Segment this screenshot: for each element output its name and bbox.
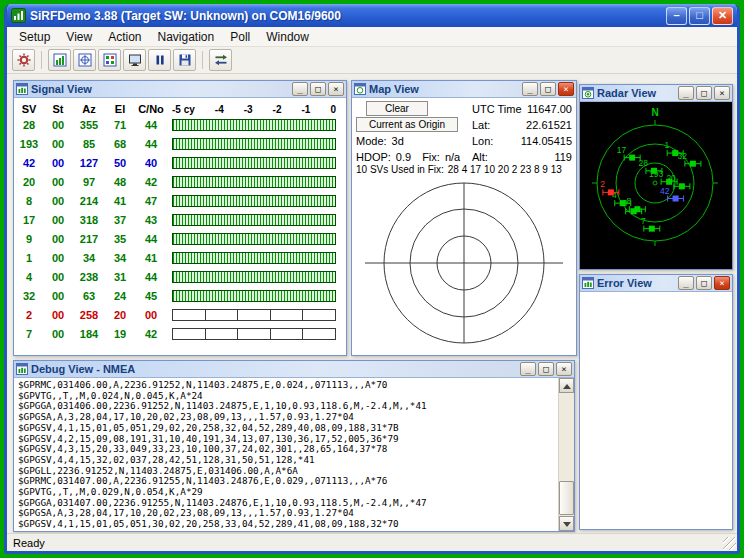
signal-cell-az: 127 bbox=[72, 157, 106, 169]
minimize-button[interactable]: – bbox=[666, 7, 687, 25]
scroll-down-button[interactable] bbox=[559, 516, 574, 531]
window-title: Signal View bbox=[31, 83, 289, 95]
radar-view-titlebar[interactable]: Radar View _ □ × bbox=[580, 85, 732, 102]
minimize-button[interactable]: _ bbox=[520, 362, 536, 376]
signal-view-button[interactable] bbox=[48, 49, 71, 71]
menu-navigation[interactable]: Navigation bbox=[150, 28, 223, 46]
clear-button[interactable]: Clear bbox=[366, 101, 428, 116]
close-button[interactable]: × bbox=[714, 276, 730, 290]
app-titlebar[interactable]: SiRFDemo 3.88 (Target SW: Unknown) on CO… bbox=[7, 4, 737, 27]
signal-cell-sv: 17 bbox=[14, 214, 44, 226]
menu-view[interactable]: View bbox=[58, 28, 100, 46]
hdop-line: HDOP: 0.9 Fix: n/a bbox=[356, 149, 466, 164]
signal-table-body: 2800355714419300856844420012750402000974… bbox=[14, 115, 346, 343]
signal-view-titlebar[interactable]: Signal View _ □ × bbox=[14, 81, 346, 98]
window-controls: _ □ × bbox=[678, 86, 730, 100]
map-icon bbox=[78, 53, 92, 67]
pause-button[interactable] bbox=[148, 49, 171, 71]
signal-strength-bar bbox=[172, 309, 336, 321]
signal-cell-cno: 43 bbox=[134, 214, 168, 226]
signal-cell-cno: 44 bbox=[134, 138, 168, 150]
close-button[interactable]: × bbox=[558, 82, 574, 96]
column-header-sv: SV bbox=[14, 103, 44, 115]
signal-cell-az: 34 bbox=[72, 252, 106, 264]
map-view-button[interactable] bbox=[73, 49, 96, 71]
maximize-button[interactable]: □ bbox=[538, 362, 554, 376]
signal-cell-az: 97 bbox=[72, 176, 106, 188]
signal-cell-cno: 47 bbox=[134, 195, 168, 207]
signal-cell-st: 00 bbox=[44, 271, 72, 283]
signal-cell-el: 37 bbox=[106, 214, 134, 226]
signal-cell-cno: 41 bbox=[134, 252, 168, 264]
signal-cell-st: 00 bbox=[44, 176, 72, 188]
menu-action[interactable]: Action bbox=[100, 28, 149, 46]
lon-value: 114.05415 bbox=[521, 135, 572, 147]
svg-text:42: 42 bbox=[660, 186, 670, 196]
scale-tick: -2 bbox=[273, 104, 282, 115]
signal-cell-cno: 44 bbox=[134, 233, 168, 245]
svg-text:2: 2 bbox=[600, 179, 605, 189]
menu-window[interactable]: Window bbox=[258, 28, 317, 46]
signal-table-header: SV St Az El C/No -5 cy-4-3-2-10 bbox=[14, 100, 346, 115]
maximize-button[interactable]: □ bbox=[540, 82, 556, 96]
vertical-scrollbar[interactable] bbox=[558, 378, 574, 531]
maximize-button[interactable]: □ bbox=[696, 86, 712, 100]
maximize-button[interactable]: □ bbox=[310, 82, 326, 96]
signal-cell-st: 00 bbox=[44, 195, 72, 207]
close-button[interactable]: ✕ bbox=[712, 7, 733, 25]
window-title: Map View bbox=[369, 83, 519, 95]
nmea-sentence: $GPGSV,4,1,15,01,05,051,30,02,20,258,33,… bbox=[18, 519, 554, 530]
save-button[interactable] bbox=[173, 49, 196, 71]
menu-setup[interactable]: Setup bbox=[11, 28, 58, 46]
resize-grip-icon[interactable] bbox=[723, 537, 736, 550]
error-view-titlebar[interactable]: Error View _ □ × bbox=[580, 275, 732, 292]
map-view-titlebar[interactable]: Map View _ □ × bbox=[352, 81, 576, 98]
radar-satellite-17: 17 bbox=[617, 145, 640, 161]
minimize-button[interactable]: _ bbox=[522, 82, 538, 96]
minimize-button[interactable]: _ bbox=[678, 86, 694, 100]
map-right-column: UTC Time 11647.00 Lat: 22.61521 Lon: 114… bbox=[472, 101, 572, 164]
minimize-button[interactable]: _ bbox=[292, 82, 308, 96]
settings-button[interactable] bbox=[12, 49, 35, 71]
signal-cell-az: 85 bbox=[72, 138, 106, 150]
current-as-origin-button[interactable]: Current as Origin bbox=[356, 117, 458, 132]
alt-label: Alt: bbox=[472, 151, 488, 163]
bar-segment bbox=[271, 328, 304, 340]
debug-view-titlebar[interactable]: Debug View - NMEA _ □ × bbox=[14, 361, 574, 378]
signal-cell-sv: 2 bbox=[14, 309, 44, 321]
minimize-button[interactable]: _ bbox=[678, 276, 694, 290]
window-controls: _ □ × bbox=[520, 362, 572, 376]
maximize-button[interactable]: □ bbox=[696, 276, 712, 290]
signal-row: 2002582000 bbox=[14, 305, 346, 324]
maximize-button[interactable]: □ bbox=[689, 7, 710, 25]
close-button[interactable]: × bbox=[328, 82, 344, 96]
signal-cell-st: 00 bbox=[44, 309, 72, 321]
scroll-up-button[interactable] bbox=[559, 378, 574, 393]
signal-strength-bar bbox=[172, 252, 336, 264]
lat-label: Lat: bbox=[472, 119, 490, 131]
signal-cell-sv: 8 bbox=[14, 195, 44, 207]
tracking-icon bbox=[103, 53, 117, 67]
bar-segment bbox=[238, 309, 271, 321]
signal-cell-cno: 00 bbox=[134, 309, 168, 321]
radar-satellite-7: 7 bbox=[641, 216, 660, 232]
signal-cell-az: 258 bbox=[72, 309, 106, 321]
scrollbar-thumb[interactable] bbox=[559, 481, 574, 515]
debug-view-content: $GPRMC,031406.00,A,2236.91252,N,11403.24… bbox=[14, 378, 574, 531]
close-button[interactable]: × bbox=[714, 86, 730, 100]
signal-cell-az: 355 bbox=[72, 119, 106, 131]
connect-button[interactable] bbox=[209, 49, 232, 71]
signal-cell-st: 00 bbox=[44, 328, 72, 340]
tracking-view-button[interactable] bbox=[98, 49, 121, 71]
bar-segment bbox=[206, 309, 239, 321]
close-button[interactable]: × bbox=[556, 362, 572, 376]
menu-poll[interactable]: Poll bbox=[222, 28, 258, 46]
signal-cell-cno: 42 bbox=[134, 176, 168, 188]
signal-strength-bar bbox=[172, 271, 336, 283]
scale-tick: -5 cy bbox=[172, 104, 195, 115]
nmea-log: $GPRMC,031406.00,A,2236.91252,N,11403.24… bbox=[14, 378, 574, 530]
signal-row: 8002144147 bbox=[14, 191, 346, 210]
lat-value: 22.61521 bbox=[526, 119, 572, 131]
svg-text:7: 7 bbox=[641, 216, 646, 226]
monitor-button[interactable] bbox=[123, 49, 146, 71]
